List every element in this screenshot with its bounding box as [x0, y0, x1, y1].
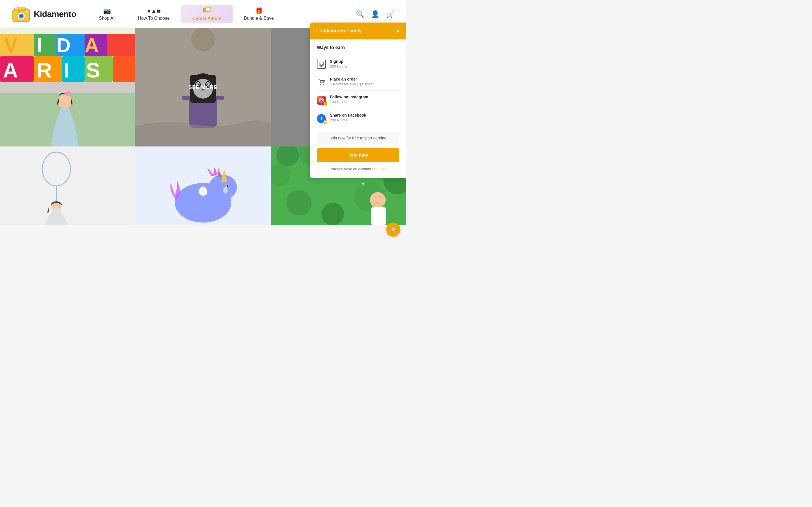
earn-label-signup: Signup — [330, 59, 347, 64]
photo-cell-5[interactable] — [135, 147, 271, 225]
svg-rect-89 — [320, 64, 321, 65]
svg-text:A: A — [3, 58, 18, 82]
panel-back-icon[interactable]: ‹ — [316, 28, 317, 34]
see-more-overlay[interactable]: SEE MORE — [135, 28, 271, 147]
floating-close-button[interactable]: ✕ — [386, 223, 400, 237]
svg-text:V: V — [4, 34, 17, 56]
svg-text:I: I — [63, 58, 69, 82]
svg-point-98 — [320, 100, 322, 101]
earn-label-instagram: Follow on Instagram — [330, 95, 368, 99]
logo-icon: ✦ ✦ — [11, 4, 31, 24]
svg-point-12 — [206, 8, 207, 10]
floating-close-icon: ✕ — [391, 226, 396, 233]
svg-text:S: S — [86, 58, 100, 82]
camera-nav-icon: 📷 — [103, 7, 111, 15]
earn-item-order: Place an order 5 Points for every $1 spe… — [317, 73, 399, 91]
join-promo-text: Join now for free to start earning — [330, 136, 387, 140]
svg-point-80 — [286, 190, 312, 216]
nav-item-bundle-save[interactable]: 🎁 Bundle & Save — [233, 7, 285, 21]
earn-text-order: Place an order 5 Points for every $1 spe… — [330, 77, 373, 86]
svg-text:+: + — [324, 103, 325, 105]
user-icon[interactable]: 👤 — [371, 10, 379, 18]
panel-close-icon[interactable]: ✕ — [396, 27, 400, 34]
logo-area[interactable]: ✦ ✦ Kidamento — [11, 4, 77, 24]
logo-text: Kidamento — [34, 9, 77, 19]
cart-icon[interactable]: 🛒 — [386, 10, 395, 18]
svg-point-5 — [18, 11, 20, 12]
already-account-text: Already have an account? Sign in — [317, 167, 399, 173]
nav-item-shop-all[interactable]: 📷 Shop All — [88, 7, 127, 21]
svg-text:✦: ✦ — [361, 181, 366, 187]
svg-text:D: D — [56, 34, 71, 56]
already-account-label: Already have an account? — [331, 167, 373, 171]
photo-cell-4[interactable] — [0, 147, 135, 225]
panel-header-left: ‹ Kidamento Family — [316, 28, 361, 34]
nav-right-icons: 🔍 👤 🛒 — [356, 10, 395, 18]
svg-point-68 — [226, 185, 228, 187]
see-more-text: SEE MORE — [188, 84, 217, 91]
svg-text:✦: ✦ — [13, 7, 16, 10]
earn-item-instagram: + Follow on Instagram 100 Points — [317, 91, 399, 109]
nav-item-how-to-choose[interactable]: ●▲■ How To Choose — [126, 7, 181, 21]
svg-text:I: I — [37, 34, 42, 56]
order-icon — [317, 77, 326, 87]
album-nav-icon — [203, 7, 211, 15]
earn-points-instagram: 100 Points — [330, 100, 368, 104]
sign-in-link[interactable]: Sign in — [374, 167, 386, 171]
join-now-button[interactable]: Join now — [317, 148, 399, 162]
reward-panel: ‹ Kidamento Family ✕ Ways to earn Signu — [310, 22, 406, 178]
earn-points-order: 5 Points for every $1 spent — [330, 82, 373, 86]
svg-text:A: A — [85, 34, 99, 56]
nav-label-how-to-choose: How To Choose — [138, 16, 170, 21]
nav-label-cutest-album: Cutest Album — [192, 16, 221, 21]
svg-rect-84 — [371, 207, 386, 225]
signup-icon — [317, 60, 326, 69]
earn-points-facebook: 200 Points — [330, 118, 366, 122]
svg-point-72 — [200, 186, 206, 194]
svg-text:R: R — [37, 58, 52, 82]
svg-rect-96 — [321, 81, 323, 83]
earn-item-facebook: f Share on Facebook 200 Points — [317, 109, 399, 127]
svg-point-83 — [370, 192, 386, 208]
svg-rect-32 — [0, 82, 135, 93]
nav-item-cutest-album[interactable]: Cutest Album — [181, 5, 233, 23]
panel-title: Kidamento Family — [320, 28, 361, 34]
photo-cell-1[interactable]: V I D A A R I S — [0, 28, 135, 147]
panel-body: Ways to earn Signup 300 Points — [310, 40, 406, 178]
earn-text-instagram: Follow on Instagram 100 Points — [330, 95, 368, 104]
svg-point-99 — [322, 99, 323, 100]
earn-item-signup: Signup 300 Points — [317, 55, 399, 73]
svg-rect-97 — [319, 98, 323, 102]
svg-rect-18 — [107, 34, 135, 56]
earn-text-facebook: Share on Facebook 200 Points — [330, 113, 366, 122]
svg-point-95 — [323, 83, 324, 85]
nav-links: 📷 Shop All ●▲■ How To Choose Cutest Albu… — [88, 5, 356, 23]
gift-nav-icon: 🎁 — [255, 7, 263, 15]
join-promo-box: Join now for free to start earning — [317, 132, 399, 144]
earn-points-signup: 300 Points — [330, 64, 347, 68]
svg-point-70 — [223, 187, 228, 193]
svg-text:✦: ✦ — [27, 7, 29, 10]
nav-label-shop-all: Shop All — [99, 16, 116, 21]
panel-header: ‹ Kidamento Family ✕ — [310, 22, 406, 40]
earn-text-signup: Signup 300 Points — [330, 59, 347, 68]
svg-rect-6 — [26, 11, 28, 12]
earn-label-facebook: Share on Facebook — [330, 113, 366, 117]
photo-cell-2[interactable]: SEE MORE — [135, 28, 271, 147]
svg-rect-87 — [319, 62, 324, 65]
svg-point-4 — [20, 15, 22, 17]
ways-to-earn-title: Ways to earn — [317, 45, 399, 50]
svg-rect-1 — [17, 7, 26, 10]
svg-point-94 — [320, 83, 321, 85]
nav-label-bundle-save: Bundle & Save — [244, 16, 274, 21]
svg-rect-27 — [113, 56, 135, 82]
earn-label-order: Place an order — [330, 77, 373, 81]
svg-point-35 — [59, 95, 71, 107]
svg-point-82 — [321, 203, 344, 225]
search-icon[interactable]: 🔍 — [356, 10, 364, 18]
shapes-nav-icon: ●▲■ — [147, 7, 160, 15]
